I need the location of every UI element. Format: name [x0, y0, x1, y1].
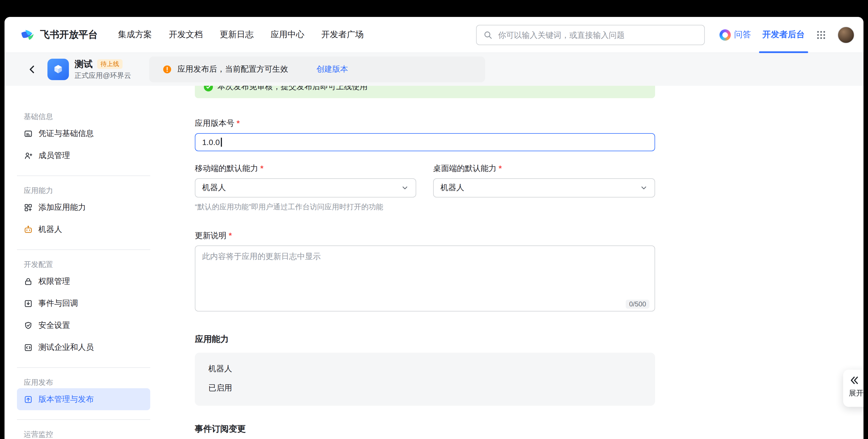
nav-developer-plaza[interactable]: 开发者广场 — [321, 29, 364, 40]
capability-name: 机器人 — [208, 364, 642, 374]
required-mark: * — [499, 164, 502, 173]
mobile-capability-select[interactable]: 机器人 — [195, 178, 416, 198]
changelog-label-text: 更新说明 — [195, 231, 226, 240]
lock-icon — [24, 277, 33, 286]
sidebar-item-label: 测试企业和人员 — [38, 342, 94, 352]
sidebar-item-label: 事件与回调 — [38, 298, 78, 308]
sidebar-item-events[interactable]: 事件与回调 — [17, 292, 150, 314]
version-label: 应用版本号* — [195, 119, 864, 129]
app-subtitle: 正式应用@环界云 — [74, 72, 131, 80]
version-field — [195, 133, 655, 151]
section-title-capability: 应用能力 — [17, 185, 150, 196]
changelog-field: 0/500 — [195, 245, 655, 314]
desktop-capability-label: 桌面端的默认能力* — [433, 164, 655, 174]
sidebar-item-label: 添加应用能力 — [38, 202, 86, 212]
status-badge: 待上线 — [97, 59, 123, 69]
sidebar-item-version-release[interactable]: 版本管理与发布 — [17, 388, 150, 410]
sidebar-section-devconfig: 开发配置 权限管理 事件与回调 — [17, 249, 150, 358]
add-capability-icon — [24, 203, 33, 212]
app-cube-icon — [48, 59, 69, 80]
search-icon — [484, 30, 492, 39]
event-section-title: 事件订阅变更 — [195, 424, 864, 435]
required-mark: * — [260, 164, 264, 173]
nav-integration[interactable]: 集成方案 — [118, 29, 152, 40]
section-title-basic: 基础信息 — [17, 111, 150, 123]
sidebar-item-members[interactable]: 成员管理 — [17, 144, 150, 166]
nav-docs[interactable]: 开发文档 — [169, 29, 203, 40]
create-version-link[interactable]: 创建版本 — [316, 64, 348, 74]
console-label: 开发者后台 — [763, 29, 805, 40]
chevron-down-icon — [401, 184, 409, 192]
text-caret — [221, 138, 222, 147]
mobile-capability-label-text: 移动端的默认能力 — [195, 164, 258, 173]
success-banner-text: 本次发布免审核，提交发布后即可上线使用 — [217, 86, 368, 92]
expander-label: 展开 — [849, 388, 864, 398]
sidebar-section-capability: 应用能力 添加应用能力 — [17, 175, 150, 240]
sidebar-item-add-capability[interactable]: 添加应用能力 — [17, 196, 150, 218]
top-navigation-bar: 飞书开放平台 集成方案 开发文档 更新日志 应用中心 开发者广场 — [4, 17, 864, 53]
version-label-text: 应用版本号 — [195, 119, 235, 128]
success-banner: 本次发布免审核，提交发布后即可上线使用 — [195, 86, 655, 98]
mobile-capability-value: 机器人 — [202, 183, 226, 193]
qa-button[interactable]: 问答 — [719, 29, 751, 40]
brand-name: 飞书开放平台 — [40, 28, 98, 41]
sidebar-item-label: 机器人 — [38, 224, 62, 234]
required-mark: * — [237, 119, 240, 128]
developer-console-tab[interactable]: 开发者后台 — [763, 17, 805, 53]
sidebar-item-test-org[interactable]: 测试企业和人员 — [17, 336, 150, 358]
desktop-capability-select[interactable]: 机器人 — [433, 178, 655, 198]
feishu-brand[interactable]: 飞书开放平台 — [20, 27, 98, 42]
sidebar-item-label: 版本管理与发布 — [38, 394, 94, 404]
sidebar: 基础信息 凭证与基础信息 — [4, 86, 157, 439]
double-chevron-left-icon — [849, 375, 859, 385]
back-button[interactable] — [27, 64, 37, 74]
sidebar-section-release: 应用发布 版本管理与发布 — [17, 367, 150, 410]
credential-icon — [24, 129, 33, 138]
sidebar-section-monitor: 运营监控 — [17, 419, 150, 439]
screen: 飞书开放平台 集成方案 开发文档 更新日志 应用中心 开发者广场 — [0, 0, 868, 439]
capability-section-title: 应用能力 — [195, 334, 864, 345]
app-window: 飞书开放平台 集成方案 开发文档 更新日志 应用中心 开发者广场 — [4, 17, 864, 439]
apps-grid-icon[interactable] — [816, 30, 826, 40]
mobile-capability-label: 移动端的默认能力* — [195, 164, 416, 174]
changelog-label: 更新说明* — [195, 231, 864, 241]
shield-icon — [24, 321, 33, 330]
sidebar-item-credentials[interactable]: 凭证与基础信息 — [17, 123, 150, 144]
nav-app-center[interactable]: 应用中心 — [271, 29, 304, 40]
robot-icon — [24, 225, 33, 234]
panel-expander[interactable]: 展开 — [843, 370, 864, 407]
changelog-textarea[interactable] — [195, 245, 655, 311]
version-input[interactable] — [195, 133, 655, 151]
notice-text: 应用发布后，当前配置方可生效 — [177, 64, 288, 74]
test-org-icon — [24, 343, 33, 352]
primary-nav: 集成方案 开发文档 更新日志 应用中心 开发者广场 — [118, 29, 364, 40]
global-search-box[interactable] — [476, 25, 705, 45]
capability-row: 移动端的默认能力* 机器人 桌面端的默认能力* 机器人 — [195, 164, 655, 198]
qa-label: 问答 — [734, 29, 751, 40]
nav-changelog[interactable]: 更新日志 — [220, 29, 254, 40]
search-input[interactable] — [497, 30, 698, 40]
feishu-logo-icon — [20, 27, 35, 42]
warning-icon — [163, 65, 172, 74]
app-context-bar: 测试 待上线 正式应用@环界云 应用发布后，当前配置方可生效 创建版本 — [4, 53, 864, 86]
sidebar-item-label: 成员管理 — [38, 150, 70, 161]
members-icon — [24, 151, 33, 160]
section-title-devconfig: 开发配置 — [17, 259, 150, 270]
user-avatar[interactable] — [837, 26, 855, 43]
app-meta: 测试 待上线 正式应用@环界云 — [74, 59, 131, 80]
mobile-capability-field: 移动端的默认能力* 机器人 — [195, 164, 416, 198]
sidebar-item-label: 权限管理 — [38, 276, 70, 286]
sidebar-item-security[interactable]: 安全设置 — [17, 314, 150, 336]
release-notice-banner: 应用发布后，当前配置方可生效 创建版本 — [149, 57, 485, 82]
app-name: 测试 — [74, 59, 93, 69]
sidebar-item-bot[interactable]: 机器人 — [17, 218, 150, 240]
success-check-icon — [204, 86, 213, 92]
desktop-capability-label-text: 桌面端的默认能力 — [433, 164, 496, 173]
capability-status: 已启用 — [208, 383, 642, 393]
capability-summary-box: 机器人 已启用 — [195, 353, 655, 406]
required-mark: * — [229, 231, 232, 240]
sidebar-item-permissions[interactable]: 权限管理 — [17, 270, 150, 292]
sidebar-item-label: 安全设置 — [38, 320, 70, 330]
capability-hint: “默认的应用功能”即用户通过工作台访问应用时打开的功能 — [195, 202, 864, 212]
section-title-release: 应用发布 — [17, 377, 150, 388]
